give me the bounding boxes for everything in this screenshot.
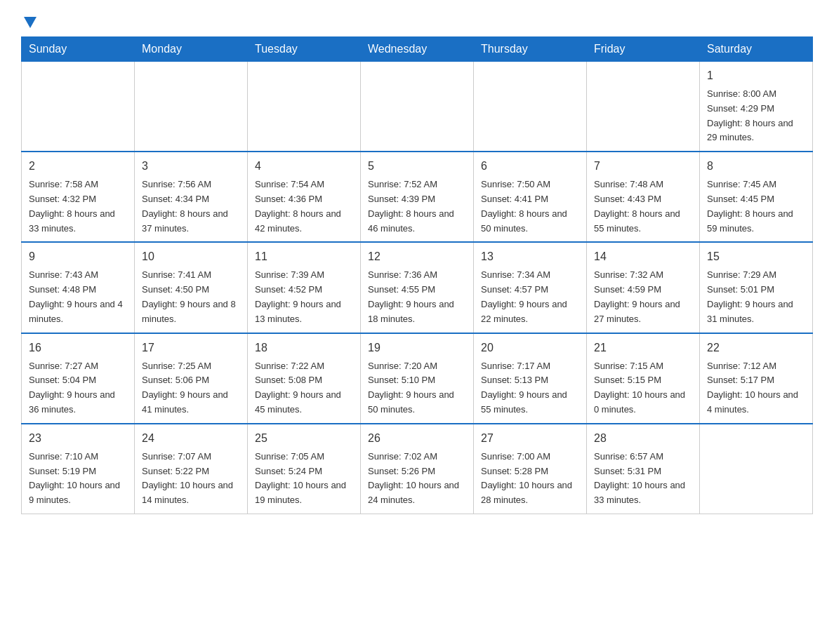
day-info: Sunrise: 7:07 AMSunset: 5:22 PMDaylight:… [142, 450, 240, 508]
calendar-day-cell: 11Sunrise: 7:39 AMSunset: 4:52 PMDayligh… [248, 242, 361, 333]
day-info: Sunrise: 7:29 AMSunset: 5:01 PMDaylight:… [707, 268, 805, 326]
calendar-day-cell: 15Sunrise: 7:29 AMSunset: 5:01 PMDayligh… [700, 242, 813, 333]
day-number: 8 [707, 158, 805, 175]
day-info: Sunrise: 7:58 AMSunset: 4:32 PMDaylight:… [29, 177, 127, 236]
day-number: 23 [29, 430, 127, 447]
day-number: 3 [142, 158, 240, 175]
day-number: 17 [142, 340, 240, 356]
calendar-day-cell: 9Sunrise: 7:43 AMSunset: 4:48 PMDaylight… [22, 242, 135, 333]
day-info: Sunrise: 7:56 AMSunset: 4:34 PMDaylight:… [142, 177, 240, 236]
calendar-day-cell: 2Sunrise: 7:58 AMSunset: 4:32 PMDaylight… [22, 152, 135, 242]
day-number: 16 [29, 340, 127, 356]
day-number: 13 [481, 248, 579, 265]
day-info: Sunrise: 7:41 AMSunset: 4:50 PMDaylight:… [142, 268, 240, 326]
calendar-day-cell: 7Sunrise: 7:48 AMSunset: 4:43 PMDaylight… [587, 152, 700, 242]
day-header-wednesday: Wednesday [361, 37, 474, 62]
day-info: Sunrise: 7:02 AMSunset: 5:26 PMDaylight:… [368, 450, 466, 508]
day-number: 24 [142, 430, 240, 447]
calendar-day-cell: 13Sunrise: 7:34 AMSunset: 4:57 PMDayligh… [474, 242, 587, 333]
day-info: Sunrise: 7:10 AMSunset: 5:19 PMDaylight:… [29, 450, 127, 508]
calendar-day-cell [135, 62, 248, 152]
day-header-tuesday: Tuesday [248, 37, 361, 62]
calendar-day-cell: 20Sunrise: 7:17 AMSunset: 5:13 PMDayligh… [474, 333, 587, 424]
day-info: Sunrise: 7:27 AMSunset: 5:04 PMDaylight:… [29, 359, 127, 417]
day-info: Sunrise: 7:25 AMSunset: 5:06 PMDaylight:… [142, 359, 240, 417]
day-number: 18 [255, 340, 353, 356]
calendar-day-cell: 5Sunrise: 7:52 AMSunset: 4:39 PMDaylight… [361, 152, 474, 242]
day-info: Sunrise: 7:20 AMSunset: 5:10 PMDaylight:… [368, 359, 466, 417]
day-info: Sunrise: 7:45 AMSunset: 4:45 PMDaylight:… [707, 177, 805, 236]
day-info: Sunrise: 7:05 AMSunset: 5:24 PMDaylight:… [255, 450, 353, 508]
day-info: Sunrise: 7:54 AMSunset: 4:36 PMDaylight:… [255, 177, 353, 236]
calendar-day-cell: 26Sunrise: 7:02 AMSunset: 5:26 PMDayligh… [361, 424, 474, 514]
calendar-day-cell: 1Sunrise: 8:00 AMSunset: 4:29 PMDaylight… [700, 62, 813, 152]
day-number: 21 [594, 340, 692, 356]
day-info: Sunrise: 6:57 AMSunset: 5:31 PMDaylight:… [594, 450, 692, 508]
day-number: 15 [707, 248, 805, 265]
day-number: 10 [142, 248, 240, 265]
day-number: 7 [594, 158, 692, 175]
calendar-day-cell: 18Sunrise: 7:22 AMSunset: 5:08 PMDayligh… [248, 333, 361, 424]
day-header-saturday: Saturday [700, 37, 813, 62]
calendar-day-cell: 22Sunrise: 7:12 AMSunset: 5:17 PMDayligh… [700, 333, 813, 424]
calendar-day-cell: 21Sunrise: 7:15 AMSunset: 5:15 PMDayligh… [587, 333, 700, 424]
calendar-day-cell [474, 62, 587, 152]
calendar-day-cell: 8Sunrise: 7:45 AMSunset: 4:45 PMDaylight… [700, 152, 813, 242]
day-info: Sunrise: 7:00 AMSunset: 5:28 PMDaylight:… [481, 450, 579, 508]
calendar-day-cell: 14Sunrise: 7:32 AMSunset: 4:59 PMDayligh… [587, 242, 700, 333]
calendar-week-row: 2Sunrise: 7:58 AMSunset: 4:32 PMDaylight… [22, 152, 813, 242]
day-info: Sunrise: 7:34 AMSunset: 4:57 PMDaylight:… [481, 268, 579, 326]
calendar-week-row: 16Sunrise: 7:27 AMSunset: 5:04 PMDayligh… [22, 333, 813, 424]
day-info: Sunrise: 7:15 AMSunset: 5:15 PMDaylight:… [594, 359, 692, 417]
day-header-thursday: Thursday [474, 37, 587, 62]
day-number: 6 [481, 158, 579, 175]
day-number: 20 [481, 340, 579, 356]
day-number: 4 [255, 158, 353, 175]
day-number: 1 [707, 67, 805, 84]
calendar-day-cell: 4Sunrise: 7:54 AMSunset: 4:36 PMDaylight… [248, 152, 361, 242]
calendar-day-cell [587, 62, 700, 152]
page-header [21, 14, 813, 25]
day-number: 22 [707, 340, 805, 356]
calendar-day-cell: 28Sunrise: 6:57 AMSunset: 5:31 PMDayligh… [587, 424, 700, 514]
day-header-sunday: Sunday [22, 37, 135, 62]
logo-triangle-icon [22, 14, 38, 29]
day-info: Sunrise: 7:32 AMSunset: 4:59 PMDaylight:… [594, 268, 692, 326]
day-info: Sunrise: 7:39 AMSunset: 4:52 PMDaylight:… [255, 268, 353, 326]
calendar-day-cell: 10Sunrise: 7:41 AMSunset: 4:50 PMDayligh… [135, 242, 248, 333]
calendar-header-row: SundayMondayTuesdayWednesdayThursdayFrid… [22, 37, 813, 62]
day-header-monday: Monday [135, 37, 248, 62]
day-number: 5 [368, 158, 466, 175]
calendar-day-cell: 27Sunrise: 7:00 AMSunset: 5:28 PMDayligh… [474, 424, 587, 514]
calendar-week-row: 1Sunrise: 8:00 AMSunset: 4:29 PMDaylight… [22, 62, 813, 152]
day-number: 11 [255, 248, 353, 265]
day-header-friday: Friday [587, 37, 700, 62]
calendar-day-cell: 12Sunrise: 7:36 AMSunset: 4:55 PMDayligh… [361, 242, 474, 333]
calendar-day-cell [700, 424, 813, 514]
calendar-day-cell: 19Sunrise: 7:20 AMSunset: 5:10 PMDayligh… [361, 333, 474, 424]
day-number: 19 [368, 340, 466, 356]
day-number: 26 [368, 430, 466, 447]
logo [21, 14, 38, 25]
day-number: 25 [255, 430, 353, 447]
calendar-day-cell: 6Sunrise: 7:50 AMSunset: 4:41 PMDaylight… [474, 152, 587, 242]
day-info: Sunrise: 7:48 AMSunset: 4:43 PMDaylight:… [594, 177, 692, 236]
day-info: Sunrise: 7:43 AMSunset: 4:48 PMDaylight:… [29, 268, 127, 326]
calendar-day-cell: 17Sunrise: 7:25 AMSunset: 5:06 PMDayligh… [135, 333, 248, 424]
day-info: Sunrise: 7:36 AMSunset: 4:55 PMDaylight:… [368, 268, 466, 326]
calendar-table: SundayMondayTuesdayWednesdayThursdayFrid… [21, 36, 813, 514]
calendar-day-cell: 24Sunrise: 7:07 AMSunset: 5:22 PMDayligh… [135, 424, 248, 514]
day-info: Sunrise: 7:50 AMSunset: 4:41 PMDaylight:… [481, 177, 579, 236]
calendar-week-row: 9Sunrise: 7:43 AMSunset: 4:48 PMDaylight… [22, 242, 813, 333]
calendar-week-row: 23Sunrise: 7:10 AMSunset: 5:19 PMDayligh… [22, 424, 813, 514]
day-number: 28 [594, 430, 692, 447]
day-info: Sunrise: 7:22 AMSunset: 5:08 PMDaylight:… [255, 359, 353, 417]
calendar-day-cell: 16Sunrise: 7:27 AMSunset: 5:04 PMDayligh… [22, 333, 135, 424]
calendar-day-cell [22, 62, 135, 152]
calendar-day-cell: 3Sunrise: 7:56 AMSunset: 4:34 PMDaylight… [135, 152, 248, 242]
day-info: Sunrise: 8:00 AMSunset: 4:29 PMDaylight:… [707, 87, 805, 145]
day-info: Sunrise: 7:17 AMSunset: 5:13 PMDaylight:… [481, 359, 579, 417]
day-number: 9 [29, 248, 127, 265]
calendar-day-cell: 25Sunrise: 7:05 AMSunset: 5:24 PMDayligh… [248, 424, 361, 514]
day-number: 12 [368, 248, 466, 265]
